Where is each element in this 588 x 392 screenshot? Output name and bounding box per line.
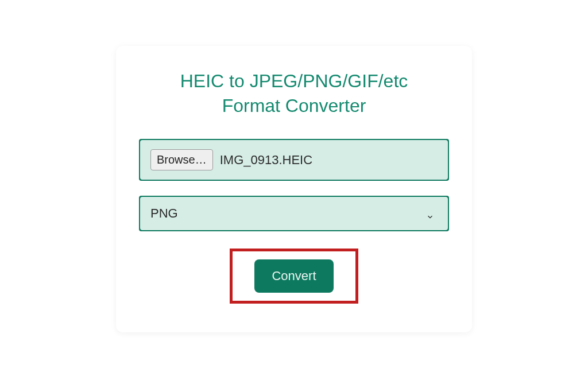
corner-decoration	[443, 196, 449, 201]
file-input-field[interactable]: Browse… IMG_0913.HEIC	[139, 139, 449, 181]
chevron-down-icon	[426, 209, 434, 218]
corner-decoration	[139, 139, 145, 145]
format-select-value: PNG	[150, 206, 178, 221]
convert-button[interactable]: Convert	[254, 259, 333, 293]
selected-file-name: IMG_0913.HEIC	[220, 153, 312, 168]
format-select[interactable]: PNG	[139, 196, 449, 231]
corner-decoration	[139, 175, 145, 181]
corner-decoration	[443, 226, 449, 231]
corner-decoration	[443, 175, 449, 181]
corner-decoration	[443, 139, 449, 145]
converter-card: HEIC to JPEG/PNG/GIF/etc Format Converte…	[116, 46, 472, 332]
browse-button[interactable]: Browse…	[150, 149, 213, 170]
page-title: HEIC to JPEG/PNG/GIF/etc Format Converte…	[180, 69, 408, 118]
corner-decoration	[139, 226, 145, 231]
highlight-annotation: Convert	[230, 249, 358, 304]
corner-decoration	[139, 196, 145, 201]
